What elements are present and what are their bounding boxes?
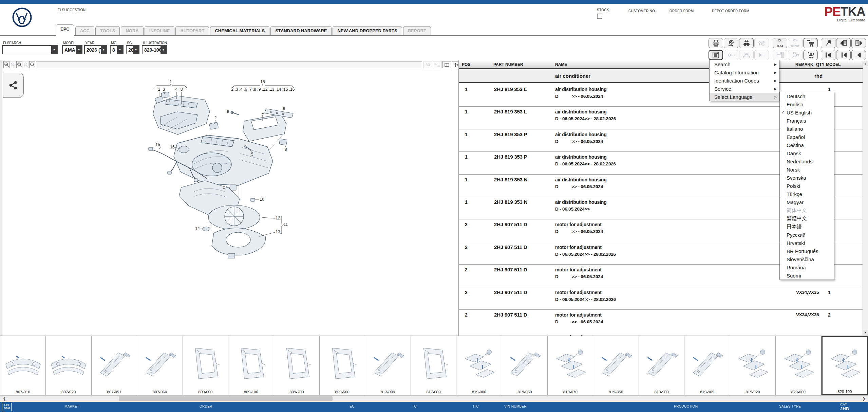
thumbnail-807-020[interactable]: 807-020 (46, 336, 91, 395)
next-document-button[interactable] (851, 38, 866, 48)
table-scrollbar[interactable] (863, 60, 868, 336)
thumb-scroll-right-arrow[interactable]: ❯ (862, 396, 866, 401)
zoom-area-button[interactable] (16, 61, 22, 68)
thumbnail-819-350[interactable]: 819-350 (593, 336, 639, 395)
table-row[interactable]: 22HJ 907 511 Dmotor for adjustmentD >> -… (459, 310, 863, 332)
language-item-5[interactable]: Italiano (780, 125, 834, 133)
thumbnail-807-060[interactable]: 807-060 (137, 336, 183, 395)
language-item-1[interactable]: Deutsch (780, 92, 834, 100)
thumbnail-809-500[interactable]: 809-500 (320, 336, 365, 395)
table-row[interactable]: 22HJ 907 511 Dmotor for adjustmentD - 06… (459, 287, 863, 310)
thumbnail-819-905[interactable]: 819-905 (684, 336, 730, 395)
chevron-down-icon[interactable]: ▼ (161, 46, 166, 54)
year-combo[interactable]: 2026 (T)▼ (84, 45, 107, 54)
parts-list-button[interactable] (709, 50, 723, 60)
language-item-17[interactable]: 日本語 (780, 222, 834, 231)
language-item-10[interactable]: Norsk (780, 165, 834, 174)
model-combo[interactable]: AMA▼ (62, 45, 82, 54)
thumbnail-scrollbar-thumb[interactable] (119, 396, 333, 401)
language-item-9[interactable]: Nederlands (780, 157, 834, 165)
thumbnail-817-000[interactable]: 817-000 (411, 336, 456, 395)
binoculars-search-button[interactable] (739, 38, 754, 48)
previous-group-button[interactable] (836, 50, 851, 60)
chevron-down-icon[interactable]: ▼ (76, 46, 82, 54)
tyre-search-button[interactable] (724, 38, 738, 48)
tab-acc[interactable]: ACC (75, 26, 94, 36)
previous-document-button[interactable] (836, 38, 851, 48)
elsa-button[interactable]: ELSA (773, 38, 787, 48)
language-item-7[interactable]: Čeština (780, 141, 834, 149)
illustration-title-bar[interactable] (36, 61, 422, 68)
language-item-20[interactable]: BR Português (780, 247, 834, 255)
thumbnail-809-100[interactable]: 809-100 (228, 336, 274, 395)
language-item-23[interactable]: Suomi (780, 271, 834, 280)
thumbnail-813-000[interactable]: 813-000 (365, 336, 411, 395)
thumbnail-807-010[interactable]: 807-010 (0, 336, 46, 395)
share-button[interactable] (3, 73, 24, 98)
chevron-down-icon[interactable]: ▼ (51, 46, 57, 54)
exploded-parts-illustration[interactable]: 12348182 ,3 ,4 ,6 ,7 ,8 ,9 ,12 ,13 ,14 ,… (126, 79, 315, 317)
export-cart-button[interactable] (803, 38, 818, 48)
stock-checkbox[interactable] (597, 14, 602, 19)
tab-nora[interactable]: NORA (121, 26, 143, 36)
tab-standard-hardware[interactable]: STANDARD HARDWARE (270, 26, 332, 36)
customer-no-field[interactable]: CUSTOMER NO. (628, 9, 656, 13)
depot-order-form-button[interactable]: DEPOT ORDER FORM (712, 9, 749, 13)
thumbnail-809-000[interactable]: 809-000 (183, 336, 228, 395)
order-form-button[interactable]: ORDER FORM (669, 9, 694, 13)
menu-item-identification-codes[interactable]: Identification Codes▶ (710, 76, 779, 85)
language-item-11[interactable]: Svenska (780, 174, 834, 182)
thumbnail-819-070[interactable]: 819-070 (548, 336, 593, 395)
language-item-16[interactable]: 繁體中文 (780, 214, 834, 222)
language-item-8[interactable]: Dansk (780, 149, 834, 157)
shopping-cart-button[interactable] (803, 50, 818, 60)
thumb-scroll-left-arrow[interactable]: ❮ (3, 396, 6, 401)
thumbnail-809-200[interactable]: 809-200 (274, 336, 320, 395)
menu-item-search[interactable]: Search▶ (710, 60, 779, 68)
tab-tools[interactable]: TOOLS (95, 26, 120, 36)
zoom-in-button[interactable] (3, 61, 10, 68)
scroll-down-arrow[interactable]: ▼ (863, 330, 868, 335)
thumbnail-819-900[interactable]: 819-900 (639, 336, 684, 395)
previous-illustration-button[interactable] (851, 50, 866, 60)
menu-item-catalog-information[interactable]: Catalog Information▶ (710, 68, 779, 76)
language-item-13[interactable]: Türkçe (780, 190, 834, 198)
language-item-14[interactable]: Magyar (780, 198, 834, 206)
zoom-search-button[interactable] (29, 61, 35, 68)
language-item-19[interactable]: Hrvatski (780, 239, 834, 247)
scroll-up-arrow[interactable]: ▲ (863, 61, 868, 66)
language-item-4[interactable]: Français (780, 117, 834, 125)
language-item-6[interactable]: Español (780, 133, 834, 141)
fi-search-combo[interactable]: ▼ (2, 45, 58, 54)
print-button[interactable] (709, 38, 723, 48)
tab-report[interactable]: REPORT (403, 26, 431, 36)
language-item-3[interactable]: ✓US English (780, 108, 834, 117)
left-splitter[interactable] (0, 60, 2, 336)
view-split-button[interactable] (442, 61, 451, 68)
first-illustration-button[interactable] (821, 50, 835, 60)
thumbnail-819-050[interactable]: 819-050 (502, 336, 548, 395)
thumbnail-819-000[interactable]: 819-000 (456, 336, 502, 395)
thumbnail-820-000[interactable]: 820-000 (776, 336, 821, 395)
tab-new-and-dropped-parts[interactable]: NEW AND DROPPED PARTS (333, 26, 402, 36)
sg-combo[interactable]: 20▼ (126, 45, 139, 54)
pin-button[interactable] (821, 38, 835, 48)
thumbnail-820-100[interactable]: 820-100 (822, 336, 868, 395)
tab-chemical-materials[interactable]: CHEMICAL MATERIALS (210, 26, 269, 36)
chevron-down-icon[interactable]: ▼ (101, 46, 107, 54)
illustration-combo[interactable]: 820-100▼ (142, 45, 167, 54)
tab-infoline[interactable]: INFOLINE (145, 26, 175, 36)
tab-autopart[interactable]: AUTOPART (175, 26, 209, 36)
thumbnail-807-051[interactable]: 807-051 (92, 336, 137, 395)
chevron-down-icon[interactable]: ▼ (133, 46, 139, 54)
mg-combo[interactable]: 8▼ (110, 45, 124, 54)
table-row[interactable]: 22HJ 907 511 Dmotor for adjustmentVX34,V… (459, 332, 863, 336)
tab-epc[interactable]: EPC (56, 24, 74, 36)
menu-item-select-language[interactable]: Select Language▷ (710, 93, 779, 101)
language-item-12[interactable]: Polski (780, 182, 834, 190)
chevron-down-icon[interactable]: ▼ (117, 46, 123, 54)
language-item-22[interactable]: Română (780, 263, 834, 271)
thumbnail-819-920[interactable]: 819-920 (730, 336, 776, 395)
menu-item-service[interactable]: Service▶ (710, 85, 779, 93)
language-item-2[interactable]: English (780, 100, 834, 108)
